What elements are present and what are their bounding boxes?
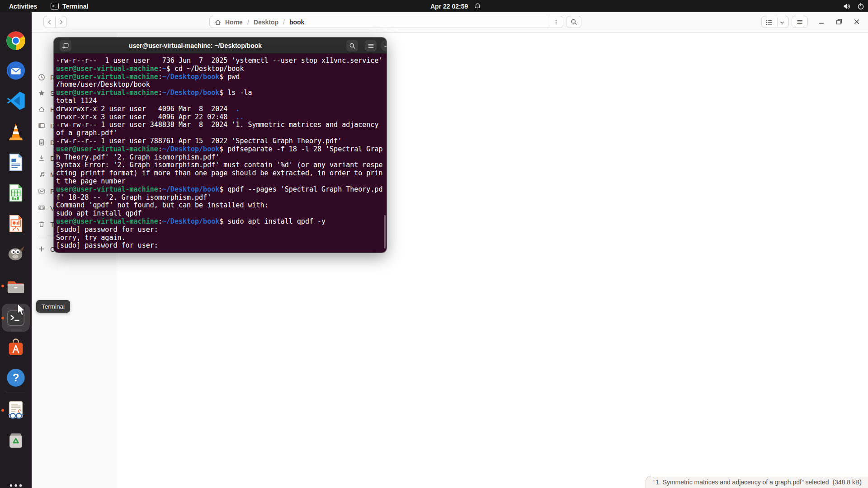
dock-item-ubuntu-software[interactable] bbox=[5, 337, 26, 358]
dock-item-vlc[interactable] bbox=[5, 121, 26, 142]
dock-item-libreoffice-writer[interactable] bbox=[5, 152, 26, 173]
terminal-line: user@user-virtual-machine:~/Desktop/book… bbox=[56, 89, 387, 97]
terminal-line: /home/user/Desktop/book bbox=[56, 81, 387, 89]
focused-app-menu[interactable]: >_ Terminal bbox=[51, 0, 88, 12]
trash-icon bbox=[5, 430, 26, 451]
terminal-line: h Theory.pdf' '2. Graph isomorphism.pdf' bbox=[56, 154, 387, 162]
volume-icon bbox=[843, 3, 851, 10]
google-chrome-icon bbox=[5, 30, 26, 51]
dock-item-document-viewer[interactable]: e bbox=[5, 400, 26, 421]
new-tab-button[interactable] bbox=[60, 40, 71, 52]
libreoffice-impress-icon bbox=[5, 213, 26, 234]
dock-item-help[interactable]: ? bbox=[5, 367, 26, 388]
recent-icon bbox=[38, 74, 45, 82]
terminal-line: user@user-virtual-machine:~/Desktop/book… bbox=[56, 186, 387, 194]
terminal-line: total 1124 bbox=[56, 97, 387, 105]
power-icon bbox=[857, 3, 864, 10]
files-restore-button[interactable] bbox=[835, 18, 843, 26]
home-icon bbox=[38, 106, 45, 114]
focused-app-label: Terminal bbox=[62, 3, 88, 10]
terminal-line: sudo apt install qpdf bbox=[56, 210, 387, 218]
dock-item-app-grid[interactable] bbox=[5, 480, 26, 488]
terminal-scrollbar-thumb[interactable] bbox=[384, 215, 386, 249]
selection-status-bar: “1. Symmetric matrices and adjacency of … bbox=[646, 476, 868, 488]
breadcrumb-item-desktop[interactable]: Desktop bbox=[254, 19, 278, 26]
breadcrumb-separator: / bbox=[247, 19, 249, 26]
view-toggle-button[interactable] bbox=[761, 16, 789, 28]
terminal-title: user@user-virtual-machine: ~/Desktop/boo… bbox=[108, 38, 283, 54]
terminal-line: -rw-rw-r-- 1 user user 348838 Mar 8 2024… bbox=[56, 121, 387, 129]
breadcrumb-separator: / bbox=[283, 19, 285, 26]
path-menu-kebab-icon[interactable] bbox=[549, 16, 563, 28]
terminal-minimize-button[interactable] bbox=[381, 40, 387, 52]
chevron-down-icon bbox=[779, 19, 785, 28]
notification-bell-icon bbox=[474, 3, 481, 10]
pictures-icon bbox=[38, 188, 45, 196]
running-indicator-dot bbox=[1, 317, 4, 319]
terminal-line: t the page number bbox=[56, 178, 387, 186]
breadcrumb-item-book[interactable]: book bbox=[289, 19, 304, 26]
terminal-line: [sudo] password for user: bbox=[56, 242, 387, 250]
thunderbird-icon bbox=[5, 60, 26, 81]
terminal-titlebar[interactable]: user@user-virtual-machine: ~/Desktop/boo… bbox=[54, 38, 387, 54]
terminal-line: user@user-virtual-machine:~/Desktop/book… bbox=[56, 145, 387, 154]
downloads-icon bbox=[38, 155, 45, 163]
button-divider bbox=[777, 17, 778, 27]
app-grid-icon bbox=[5, 480, 26, 488]
terminal-window: user@user-virtual-machine: ~/Desktop/boo… bbox=[54, 38, 387, 253]
videos-icon bbox=[38, 204, 45, 213]
clock-menu[interactable]: Apr 22 02:59 bbox=[430, 0, 481, 12]
document-viewer-icon: e bbox=[5, 400, 26, 421]
terminal-line: Sorry, try again. bbox=[56, 234, 387, 242]
starred-icon bbox=[38, 89, 45, 98]
terminal-line: of a graph.pdf' bbox=[56, 129, 387, 137]
files-close-button[interactable] bbox=[853, 18, 861, 26]
activities-button[interactable]: Activities bbox=[5, 0, 42, 12]
mouse-cursor bbox=[16, 303, 27, 319]
list-view-icon bbox=[765, 19, 773, 28]
dock-item-gimp[interactable] bbox=[5, 243, 26, 263]
terminal-line: f' 18-28 -- '2. Graph isomorphism.pdf' bbox=[56, 194, 387, 202]
desktop-icon bbox=[38, 122, 45, 131]
terminal-line: -rw-r--r-- 1 user user 736 Jun 7 2025 'y… bbox=[56, 57, 387, 65]
gimp-icon bbox=[5, 243, 26, 263]
breadcrumb-item-home[interactable]: Home bbox=[225, 19, 243, 26]
terminal-search-button[interactable] bbox=[346, 40, 358, 52]
files-minimize-button[interactable] bbox=[817, 18, 826, 26]
terminal-line: Syntax Error: '2. Graph isomorphism.pdf'… bbox=[56, 161, 387, 169]
svg-text:e: e bbox=[18, 407, 21, 414]
dock-item-google-chrome[interactable] bbox=[5, 30, 26, 51]
terminal-app-icon: >_ bbox=[51, 3, 59, 9]
terminal-menu-button[interactable] bbox=[365, 40, 377, 52]
dock-item-trash[interactable] bbox=[5, 430, 26, 451]
trash-icon bbox=[38, 221, 45, 229]
system-status-area[interactable] bbox=[843, 0, 864, 12]
breadcrumb-segments: Home/Desktop/book bbox=[225, 19, 304, 26]
terminal-tooltip: Terminal bbox=[36, 300, 70, 313]
svg-text:?: ? bbox=[13, 371, 19, 384]
terminal-line: [sudo] password for user: bbox=[56, 226, 387, 234]
dock-item-thunderbird[interactable] bbox=[5, 60, 26, 81]
dock-item-libreoffice-calc[interactable] bbox=[5, 183, 26, 203]
back-button[interactable] bbox=[43, 16, 55, 28]
running-indicator-dot bbox=[1, 409, 4, 412]
help-icon: ? bbox=[5, 367, 26, 388]
running-indicator-dot bbox=[1, 285, 4, 287]
libreoffice-calc-icon bbox=[5, 183, 26, 203]
forward-button[interactable] bbox=[55, 16, 67, 28]
files-icon bbox=[5, 276, 26, 296]
search-button[interactable] bbox=[566, 16, 581, 28]
terminal-line: Command 'qpdf' not found, but can be ins… bbox=[56, 202, 387, 210]
ubuntu-software-icon bbox=[5, 337, 26, 358]
home-icon bbox=[214, 19, 222, 26]
files-headerbar: Home/Desktop/book bbox=[32, 12, 868, 33]
dock-item-vscode[interactable] bbox=[5, 90, 26, 111]
terminal-line: -rw-r--r-- 1 user user 788761 Apr 15 202… bbox=[56, 137, 387, 145]
dock-item-files[interactable] bbox=[5, 276, 26, 296]
terminal-output[interactable]: -rw-r--r-- 1 user user 736 Jun 7 2025 'y… bbox=[54, 54, 387, 253]
vlc-icon bbox=[5, 121, 26, 142]
dock-item-libreoffice-impress[interactable] bbox=[5, 213, 26, 234]
breadcrumb[interactable]: Home/Desktop/book bbox=[209, 16, 563, 28]
terminal-line: user@user-virtual-machine:~$ cd ~/Deskto… bbox=[56, 65, 387, 73]
hamburger-menu-button[interactable] bbox=[792, 16, 808, 28]
